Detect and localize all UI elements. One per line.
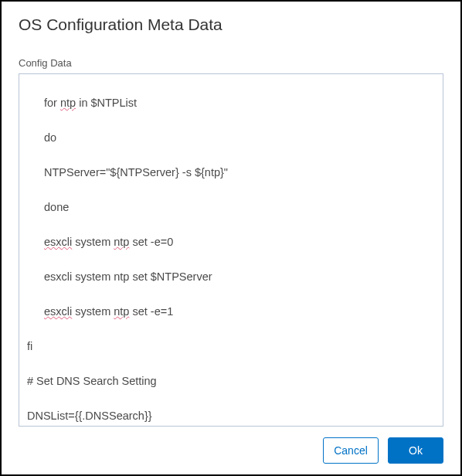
dialog-footer: Cancel Ok (2, 427, 460, 474)
config-code: for ntp in $NTPList do NTPServer="${NTPS… (27, 77, 443, 427)
dialog-title: OS Configuration Meta Data (19, 15, 443, 34)
config-data-textarea[interactable]: for ntp in $NTPList do NTPServer="${NTPS… (19, 73, 443, 427)
cancel-button[interactable]: Cancel (323, 437, 379, 464)
dialog-header: OS Configuration Meta Data (2, 2, 460, 40)
ok-button[interactable]: Ok (388, 437, 443, 464)
field-label: Config Data (2, 40, 460, 73)
